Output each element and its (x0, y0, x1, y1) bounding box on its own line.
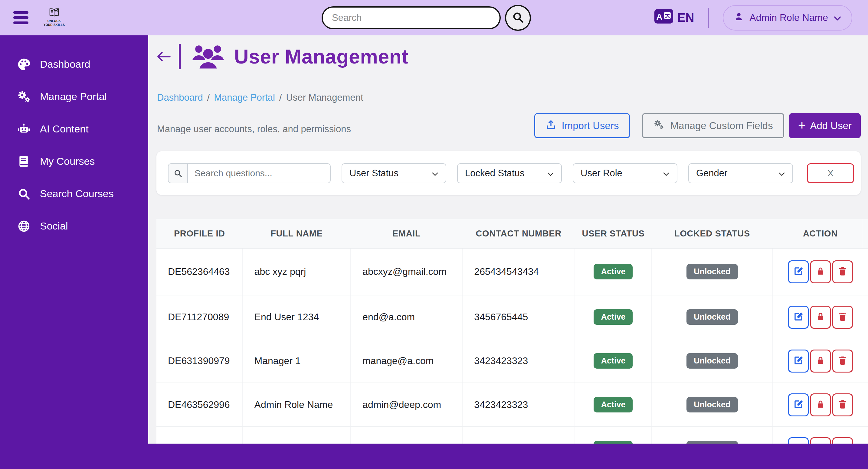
profile-id-cell: DE711270089 (156, 295, 243, 339)
hamburger-menu-icon[interactable] (13, 11, 28, 24)
edit-icon (793, 355, 804, 367)
filter-bar: User Status Locked Status User Role Gend… (156, 151, 861, 195)
gender-select-value: Gender (696, 168, 727, 179)
sidebar-item-search-courses[interactable]: Search Courses (0, 177, 148, 210)
global-search-button[interactable] (505, 5, 531, 31)
edit-user-button[interactable] (788, 260, 809, 283)
chevron-down-icon (432, 168, 438, 179)
main-content: User Management Dashboard / Manage Porta… (148, 35, 868, 444)
full-name-cell: Test User (243, 427, 351, 444)
back-arrow-icon[interactable] (156, 51, 171, 62)
footer-bar (0, 444, 868, 469)
users-table-card: PROFILE ID FULL NAME EMAIL CONTACT NUMBE… (156, 219, 868, 444)
lock-icon (816, 399, 825, 410)
delete-user-button[interactable] (832, 349, 853, 372)
chevron-down-icon (834, 12, 841, 23)
edit-icon (793, 311, 804, 323)
contact-cell: 3423423323 (462, 339, 575, 383)
table-row: DE631390979 Manager 1 manage@a.com 34234… (156, 339, 868, 383)
col-email: EMAIL (351, 219, 462, 248)
col-user-status: USER STATUS (575, 219, 652, 248)
manage-custom-fields-button[interactable]: Manage Custom Fields (642, 113, 784, 138)
table-header-row: PROFILE ID FULL NAME EMAIL CONTACT NUMBE… (156, 219, 868, 248)
breadcrumb: Dashboard / Manage Portal / User Managem… (157, 92, 363, 103)
import-users-button[interactable]: Import Users (534, 113, 630, 138)
search-icon (17, 187, 31, 201)
sidebar-item-dashboard[interactable]: Dashboard (0, 48, 148, 80)
sidebar-item-ai-content[interactable]: AI Content (0, 113, 148, 145)
delete-user-button[interactable] (832, 306, 853, 329)
clear-filters-button[interactable]: X (807, 163, 854, 183)
contact-cell: 3423423323 (462, 383, 575, 427)
col-full-name: FULL NAME (243, 219, 351, 248)
global-search-input[interactable] (321, 6, 501, 29)
page-description: Manage user accounts, roles, and permiss… (157, 124, 351, 135)
profile-id-cell: DE487034925 (156, 427, 243, 444)
logo-text-line2: YOUR SKILLS (41, 23, 67, 27)
lock-user-button[interactable] (810, 393, 831, 416)
breadcrumb-dashboard[interactable]: Dashboard (157, 92, 203, 103)
brand-logo[interactable]: UNLOCK YOUR SKILLS (41, 7, 67, 27)
lock-user-button[interactable] (810, 349, 831, 372)
search-icon (168, 163, 187, 183)
sidebar-item-label: Manage Portal (40, 91, 107, 102)
lock-user-button[interactable] (810, 260, 831, 283)
lock-user-button[interactable] (810, 437, 831, 444)
sidebar-item-label: Search Courses (40, 188, 114, 200)
breadcrumb-manage-portal[interactable]: Manage Portal (214, 92, 275, 103)
user-status-select[interactable]: User Status (342, 163, 446, 183)
locked-status-badge: Unlocked (686, 441, 738, 444)
email-cell: end@a.com (351, 295, 462, 339)
person-icon (734, 11, 744, 24)
trash-icon (837, 355, 848, 367)
locked-status-select-value: Locked Status (465, 168, 524, 179)
table-row: DE562364463 abc xyz pqrj abcxyz@gmail.co… (156, 248, 868, 295)
translate-icon: A (654, 9, 673, 26)
locked-status-select[interactable]: Locked Status (457, 163, 562, 183)
language-label: EN (677, 11, 694, 25)
delete-user-button[interactable] (832, 437, 853, 444)
sidebar: Dashboard Manage Por (0, 35, 148, 469)
trash-icon (837, 399, 848, 410)
topbar-divider (708, 8, 709, 28)
add-user-button[interactable]: + Add User (789, 113, 861, 138)
locked-status-badge: Unlocked (686, 264, 738, 279)
trash-icon (837, 266, 848, 277)
topbar: UNLOCK YOUR SKILLS A EN (0, 0, 868, 35)
contact-cell: 3456765445 (462, 295, 575, 339)
full-name-cell: Admin Role Name (243, 383, 351, 427)
book-key-logo-icon (41, 7, 67, 19)
language-selector[interactable]: A EN (654, 9, 694, 26)
sidebar-item-my-courses[interactable]: My Courses (0, 145, 148, 177)
email-cell: abcxyz@gmail.com (351, 248, 462, 295)
globe-icon (17, 219, 31, 233)
locked-status-badge: Unlocked (686, 397, 738, 412)
breadcrumb-current: User Management (286, 92, 363, 103)
user-role-select[interactable]: User Role (573, 163, 677, 183)
title-divider (179, 44, 181, 69)
user-menu-label: Admin Role Name (749, 12, 828, 23)
table-row: DE487034925 Test User test@gmail.com +12… (156, 427, 868, 444)
gender-select[interactable]: Gender (688, 163, 793, 183)
palette-icon (17, 58, 31, 71)
sidebar-item-manage-portal[interactable]: Manage Portal (0, 80, 148, 113)
edit-user-button[interactable] (788, 393, 809, 416)
page-title: User Management (234, 45, 408, 68)
edit-user-button[interactable] (788, 306, 809, 329)
gears-icon (653, 119, 665, 133)
delete-user-button[interactable] (832, 260, 853, 283)
col-action: ACTION (773, 219, 868, 248)
trash-icon (837, 311, 848, 323)
sidebar-item-social[interactable]: Social (0, 210, 148, 242)
lock-icon (816, 266, 825, 277)
user-status-badge: Active (594, 397, 632, 412)
user-menu[interactable]: Admin Role Name (723, 5, 852, 31)
delete-user-button[interactable] (832, 393, 853, 416)
contact-cell: +12345678900 (462, 427, 575, 444)
edit-user-button[interactable] (788, 437, 809, 444)
lock-user-button[interactable] (810, 306, 831, 329)
edit-user-button[interactable] (788, 349, 809, 372)
filter-search-input[interactable] (187, 163, 331, 183)
search-icon (512, 11, 524, 25)
svg-text:A: A (656, 12, 662, 22)
